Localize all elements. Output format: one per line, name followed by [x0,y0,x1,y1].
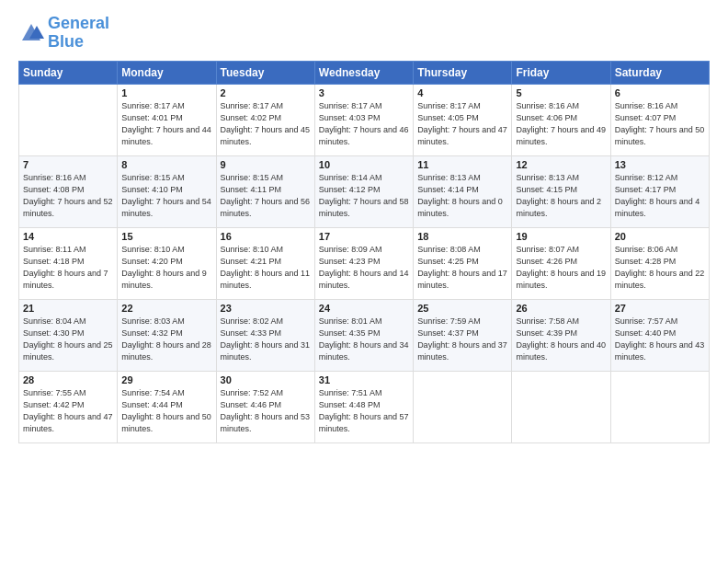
day-info: Sunrise: 8:07 AMSunset: 4:26 PMDaylight:… [516,244,606,292]
day-info: Sunrise: 8:17 AMSunset: 4:05 PMDaylight:… [417,100,507,148]
day-number: 20 [615,231,705,242]
calendar-week-row: 14Sunrise: 8:11 AMSunset: 4:18 PMDayligh… [19,227,710,299]
day-info: Sunrise: 8:11 AMSunset: 4:18 PMDaylight:… [23,244,113,292]
day-number: 10 [319,159,409,170]
day-info: Sunrise: 8:08 AMSunset: 4:25 PMDaylight:… [417,244,507,292]
calendar-week-row: 1Sunrise: 8:17 AMSunset: 4:01 PMDaylight… [19,84,710,155]
day-info: Sunrise: 7:51 AMSunset: 4:48 PMDaylight:… [319,387,409,435]
calendar-day-27: 27Sunrise: 7:57 AMSunset: 4:40 PMDayligh… [610,299,709,371]
day-info: Sunrise: 8:15 AMSunset: 4:10 PMDaylight:… [121,172,211,220]
day-info: Sunrise: 8:16 AMSunset: 4:07 PMDaylight:… [615,100,705,148]
day-number: 4 [417,87,507,98]
calendar-empty-cell [414,371,512,442]
day-info: Sunrise: 7:58 AMSunset: 4:39 PMDaylight:… [516,316,606,363]
day-info: Sunrise: 8:09 AMSunset: 4:23 PMDaylight:… [319,244,409,292]
day-info: Sunrise: 8:03 AMSunset: 4:32 PMDaylight:… [121,316,211,363]
day-number: 3 [319,87,409,98]
col-header-friday: Friday [512,61,610,84]
day-number: 17 [319,231,409,242]
calendar-day-9: 9Sunrise: 8:15 AMSunset: 4:11 PMDaylight… [216,155,314,227]
calendar-day-7: 7Sunrise: 8:16 AMSunset: 4:08 PMDaylight… [19,155,118,227]
calendar-day-4: 4Sunrise: 8:17 AMSunset: 4:05 PMDaylight… [414,84,512,155]
calendar-header-row: SundayMondayTuesdayWednesdayThursdayFrid… [19,61,710,84]
col-header-wednesday: Wednesday [314,61,413,84]
day-info: Sunrise: 8:06 AMSunset: 4:28 PMDaylight:… [615,244,705,292]
day-number: 13 [615,159,705,170]
day-number: 14 [23,231,113,242]
day-number: 6 [615,87,705,98]
calendar-day-29: 29Sunrise: 7:54 AMSunset: 4:44 PMDayligh… [118,371,216,442]
day-info: Sunrise: 7:54 AMSunset: 4:44 PMDaylight:… [121,387,211,435]
day-info: Sunrise: 8:13 AMSunset: 4:14 PMDaylight:… [417,172,507,220]
header: General Blue [18,15,710,52]
calendar-day-22: 22Sunrise: 8:03 AMSunset: 4:32 PMDayligh… [118,299,216,371]
day-info: Sunrise: 8:16 AMSunset: 4:08 PMDaylight:… [23,172,113,220]
day-number: 2 [221,87,311,98]
day-number: 24 [319,303,409,314]
day-info: Sunrise: 8:17 AMSunset: 4:01 PMDaylight:… [121,100,211,148]
day-number: 8 [121,159,211,170]
calendar-day-21: 21Sunrise: 8:04 AMSunset: 4:30 PMDayligh… [19,299,118,371]
day-number: 16 [221,231,311,242]
day-number: 15 [121,231,211,242]
day-number: 12 [516,159,606,170]
calendar-day-14: 14Sunrise: 8:11 AMSunset: 4:18 PMDayligh… [19,227,118,299]
day-info: Sunrise: 8:15 AMSunset: 4:11 PMDaylight:… [221,172,311,220]
col-header-thursday: Thursday [414,61,512,84]
calendar-day-18: 18Sunrise: 8:08 AMSunset: 4:25 PMDayligh… [414,227,512,299]
day-info: Sunrise: 8:12 AMSunset: 4:17 PMDaylight:… [615,172,705,220]
calendar-day-28: 28Sunrise: 7:55 AMSunset: 4:42 PMDayligh… [19,371,118,442]
calendar-day-19: 19Sunrise: 8:07 AMSunset: 4:26 PMDayligh… [512,227,610,299]
calendar-week-row: 28Sunrise: 7:55 AMSunset: 4:42 PMDayligh… [19,371,710,442]
calendar-day-6: 6Sunrise: 8:16 AMSunset: 4:07 PMDaylight… [610,84,709,155]
calendar-day-16: 16Sunrise: 8:10 AMSunset: 4:21 PMDayligh… [216,227,314,299]
day-info: Sunrise: 8:01 AMSunset: 4:35 PMDaylight:… [319,316,409,363]
calendar-day-30: 30Sunrise: 7:52 AMSunset: 4:46 PMDayligh… [216,371,314,442]
day-info: Sunrise: 8:10 AMSunset: 4:20 PMDaylight:… [121,244,211,292]
day-info: Sunrise: 7:59 AMSunset: 4:37 PMDaylight:… [417,316,507,363]
day-number: 7 [23,159,113,170]
day-info: Sunrise: 8:16 AMSunset: 4:06 PMDaylight:… [516,100,606,148]
day-number: 5 [516,87,606,98]
day-info: Sunrise: 8:17 AMSunset: 4:03 PMDaylight:… [319,100,409,148]
calendar-day-1: 1Sunrise: 8:17 AMSunset: 4:01 PMDaylight… [118,84,216,155]
calendar-day-5: 5Sunrise: 8:16 AMSunset: 4:06 PMDaylight… [512,84,610,155]
day-info: Sunrise: 8:10 AMSunset: 4:21 PMDaylight:… [221,244,311,292]
day-number: 23 [221,303,311,314]
day-number: 19 [516,231,606,242]
logo: General Blue [18,15,109,52]
calendar-day-20: 20Sunrise: 8:06 AMSunset: 4:28 PMDayligh… [610,227,709,299]
calendar-week-row: 21Sunrise: 8:04 AMSunset: 4:30 PMDayligh… [19,299,710,371]
day-info: Sunrise: 8:14 AMSunset: 4:12 PMDaylight:… [319,172,409,220]
day-number: 1 [121,87,211,98]
calendar-table: SundayMondayTuesdayWednesdayThursdayFrid… [18,61,710,443]
day-number: 28 [23,374,113,385]
page: General Blue SundayMondayTuesdayWednesda… [0,0,728,563]
day-number: 30 [221,374,311,385]
calendar-empty-cell [610,371,709,442]
day-number: 29 [121,374,211,385]
col-header-tuesday: Tuesday [216,61,314,84]
col-header-monday: Monday [118,61,216,84]
calendar-day-8: 8Sunrise: 8:15 AMSunset: 4:10 PMDaylight… [118,155,216,227]
day-number: 22 [121,303,211,314]
calendar-day-10: 10Sunrise: 8:14 AMSunset: 4:12 PMDayligh… [314,155,413,227]
calendar-day-31: 31Sunrise: 7:51 AMSunset: 4:48 PMDayligh… [314,371,413,442]
calendar-day-24: 24Sunrise: 8:01 AMSunset: 4:35 PMDayligh… [314,299,413,371]
calendar-week-row: 7Sunrise: 8:16 AMSunset: 4:08 PMDaylight… [19,155,710,227]
day-number: 26 [516,303,606,314]
calendar-day-2: 2Sunrise: 8:17 AMSunset: 4:02 PMDaylight… [216,84,314,155]
calendar-day-13: 13Sunrise: 8:12 AMSunset: 4:17 PMDayligh… [610,155,709,227]
day-number: 27 [615,303,705,314]
col-header-saturday: Saturday [610,61,709,84]
calendar-empty-cell [512,371,610,442]
day-info: Sunrise: 8:17 AMSunset: 4:02 PMDaylight:… [221,100,311,148]
day-info: Sunrise: 8:04 AMSunset: 4:30 PMDaylight:… [23,316,113,363]
logo-icon [18,20,44,46]
day-number: 9 [221,159,311,170]
day-number: 25 [417,303,507,314]
calendar-empty-cell [19,84,118,155]
calendar-day-15: 15Sunrise: 8:10 AMSunset: 4:20 PMDayligh… [118,227,216,299]
col-header-sunday: Sunday [19,61,118,84]
calendar-day-25: 25Sunrise: 7:59 AMSunset: 4:37 PMDayligh… [414,299,512,371]
